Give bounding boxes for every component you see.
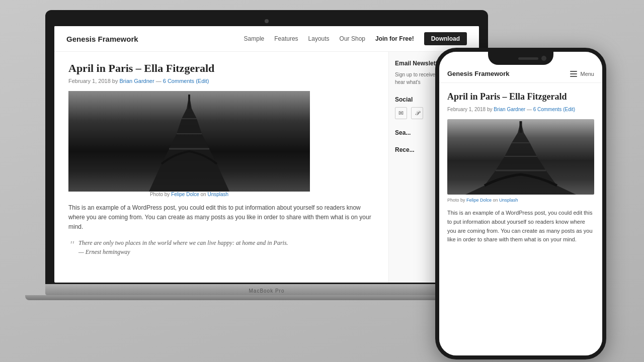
website: Genesis Framework Sample Features Layout… [54,26,479,283]
eiffel-tower-svg [139,94,239,192]
macbook-camera [265,19,269,23]
site-logo: Genesis Framework [66,35,138,43]
hamburger-line-3 [570,76,577,77]
macbook-screen: Genesis Framework Sample Features Layout… [54,26,479,283]
phone-notch [488,52,553,65]
phone-separator: — [527,107,533,112]
post-body-text: This is an example of a WordPress post, … [68,203,374,232]
menu-label: Menu [580,71,594,77]
eiffel-image [68,91,310,192]
phone-post-title: April in Paris – Ella Fitzgerald [447,91,594,103]
macbook-base [45,284,488,295]
phone-eiffel-tower-svg [455,120,586,195]
phone-post-meta: February 1, 2018 by Brian Gardner — 6 Co… [447,107,594,112]
post-image-wrapper: Photo by Felipe Dolce on Unsplash [68,91,310,197]
phone-menu[interactable]: Menu [570,71,594,77]
photo-credit: Photo by Felipe Dolce on Unsplash [68,192,310,197]
phone-logo: Genesis Framework [447,70,510,77]
nav-layouts[interactable]: Layouts [308,35,330,42]
quote-text: There are only two places in the world w… [78,239,288,246]
nav-sample[interactable]: Sample [244,35,265,42]
site-header: Genesis Framework Sample Features Layout… [54,26,479,52]
phone-outer: Genesis Framework Menu April in Paris – … [435,48,606,359]
post-separator: — [156,78,163,84]
phone-post-body: This is an example of a WordPress post, … [447,209,594,244]
photo-by-text: Photo by [150,192,170,197]
notch-bar [518,57,538,60]
nav-features[interactable]: Features [274,35,298,42]
unsplash-link[interactable]: Unsplash [207,192,228,197]
hamburger-icon [570,71,577,77]
phone-screen: Genesis Framework Menu April in Paris – … [439,52,602,355]
phone-eiffel-image [447,119,594,195]
pinterest-icon[interactable]: 𝒫 [411,107,423,119]
main-content: April in Paris – Ella Fitzgerald Februar… [54,52,388,283]
hamburger-line-1 [570,71,577,72]
post-meta: February 1, 2018 by Brian Gardner — 6 Co… [68,78,374,84]
post-date: February 1, 2018 by [68,78,118,84]
notch-dot [541,56,546,61]
quote-author: — Ernest hemingway [78,248,130,255]
macbook-screen-outer: Genesis Framework Sample Features Layout… [45,10,488,284]
phone-on: on [493,198,500,203]
nav-join-free[interactable]: Join for Free! [375,35,414,42]
hamburger-line-2 [570,73,577,74]
phone-unsplash[interactable]: Unsplash [499,198,518,203]
svg-marker-0 [149,95,229,192]
post-quote: " There are only two places in the world… [68,238,374,256]
phone-post-comments[interactable]: 6 Comments [533,107,562,112]
phone-main: April in Paris – Ella Fitzgerald Februar… [439,83,602,252]
scene: Genesis Framework Sample Features Layout… [0,0,644,362]
post-comments[interactable]: 6 Comments [163,78,194,84]
phone-photo-credit: Photo by Felipe Dolce on Unsplash [447,198,594,203]
nav-download-button[interactable]: Download [424,32,467,45]
phone-post-edit[interactable]: (Edit) [563,107,575,112]
phone-post-date: February 1, 2018 by [447,107,494,112]
site-content: April in Paris – Ella Fitzgerald Februar… [54,52,479,283]
phone-site-header: Genesis Framework Menu [439,65,602,83]
phone-photo-by: Photo by [447,198,466,203]
photographer-link[interactable]: Felipe Dolce [171,192,199,197]
macbook: Genesis Framework Sample Features Layout… [45,10,488,307]
email-icon[interactable]: ✉ [395,107,407,119]
post-author[interactable]: Brian Gardner [120,78,154,84]
post-edit[interactable]: (Edit) [196,78,209,84]
site-nav: Sample Features Layouts Our Shop Join fo… [244,32,467,45]
phone-photographer[interactable]: Felipe Dolce [466,198,492,203]
quote-mark: " [69,236,74,253]
phone-post-author[interactable]: Brian Gardner [494,107,525,112]
on-text: on [201,192,208,197]
smartphone: Genesis Framework Menu April in Paris – … [435,48,606,359]
post-title: April in Paris – Ella Fitzgerald [68,62,374,75]
nav-our-shop[interactable]: Our Shop [340,35,365,42]
